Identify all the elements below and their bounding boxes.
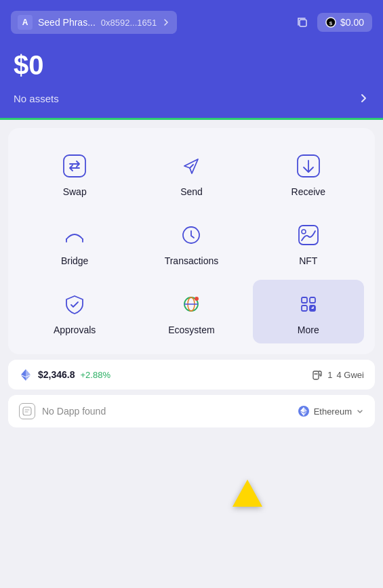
svg-rect-14 <box>302 306 307 311</box>
actions-grid: Swap Send Receive <box>19 142 364 343</box>
header-balance: $0.00 <box>340 17 364 28</box>
dapp-left: No Dapp found <box>19 403 106 419</box>
wallet-account-selector[interactable]: A Seed Phras... 0x8592...1651 <box>11 11 177 34</box>
action-swap[interactable]: Swap <box>19 142 130 205</box>
bridge-label: Bridge <box>61 255 88 266</box>
eth-price-change: +2.88% <box>81 370 110 380</box>
eth-price-section: $2,346.8 +2.88% <box>19 368 110 381</box>
svg-point-11 <box>195 297 199 301</box>
swap-icon <box>60 151 89 181</box>
total-balance: $0 <box>14 50 369 80</box>
dapp-icon <box>19 403 35 419</box>
approvals-label: Approvals <box>54 324 96 335</box>
swap-label: Swap <box>63 186 87 197</box>
network-chevron-icon <box>356 407 364 415</box>
action-receive[interactable]: Receive <box>253 142 364 205</box>
approvals-icon <box>60 289 89 319</box>
send-label: Send <box>180 186 203 197</box>
green-separator <box>0 118 383 120</box>
no-assets-label: No assets <box>14 93 59 104</box>
more-icon <box>294 289 323 319</box>
transactions-label: Transactions <box>165 255 219 266</box>
gas-value: 1 <box>327 370 332 380</box>
svg-text:$: $ <box>329 20 333 26</box>
action-more[interactable]: More <box>253 280 364 343</box>
svg-rect-12 <box>302 297 307 303</box>
svg-rect-13 <box>310 297 315 303</box>
gas-icon <box>311 369 323 381</box>
no-dapp-text: No Dapp found <box>42 406 106 417</box>
bridge-icon <box>60 220 89 250</box>
action-transactions[interactable]: Transactions <box>136 211 247 274</box>
nft-label: NFT <box>299 255 317 266</box>
gas-info: 1 4 Gwei <box>311 369 364 381</box>
gas-unit: 4 Gwei <box>337 370 364 380</box>
svg-rect-21 <box>23 407 31 415</box>
more-label: More <box>298 324 319 335</box>
chevron-right-icon <box>162 18 170 26</box>
action-approvals[interactable]: Approvals <box>19 280 130 343</box>
no-assets-row[interactable]: No assets <box>11 85 372 118</box>
actions-section: Swap Send Receive <box>8 128 375 354</box>
svg-rect-20 <box>313 371 319 379</box>
ecosystem-label: Ecosystem <box>168 324 214 335</box>
yellow-up-arrow <box>233 480 262 507</box>
account-avatar: A <box>18 15 33 30</box>
nft-icon <box>294 220 323 250</box>
account-name: Seed Phras... <box>38 17 96 28</box>
svg-rect-0 <box>300 20 306 26</box>
receive-icon <box>294 151 323 181</box>
account-address: 0x8592...1651 <box>101 18 157 28</box>
svg-marker-16 <box>26 369 31 377</box>
status-bar: $2,346.8 +2.88% 1 4 Gwei <box>8 360 375 390</box>
action-nft[interactable]: NFT <box>253 211 364 274</box>
wallet-balance-display: $0 <box>11 50 372 85</box>
wallet-balance-button[interactable]: $ $0.00 <box>317 13 372 32</box>
receive-label: Receive <box>291 186 326 197</box>
copy-address-button[interactable] <box>293 13 312 32</box>
yellow-arrow-pointer <box>233 480 262 507</box>
dollar-circle-icon: $ <box>325 17 336 28</box>
wallet-header: A Seed Phras... 0x8592...1651 $ $0.00 <box>0 0 383 118</box>
svg-rect-6 <box>299 226 318 245</box>
network-name: Ethereum <box>314 406 352 417</box>
svg-rect-3 <box>64 155 85 177</box>
no-assets-chevron-icon <box>357 92 369 104</box>
eth-price-value: $2,346.8 <box>38 369 75 380</box>
wallet-top-bar: A Seed Phras... 0x8592...1651 $ $0.00 <box>11 11 372 34</box>
transactions-icon <box>176 220 206 250</box>
action-ecosystem[interactable]: Ecosystem <box>136 280 247 343</box>
svg-marker-17 <box>21 369 26 377</box>
svg-point-7 <box>302 230 306 234</box>
action-send[interactable]: Send <box>136 142 247 205</box>
network-selector[interactable]: Ethereum <box>298 405 364 417</box>
eth-logo-icon <box>19 368 33 381</box>
dapp-bar: No Dapp found Ethereum <box>8 395 375 427</box>
ecosystem-icon <box>176 289 206 319</box>
ethereum-network-icon <box>298 405 310 417</box>
action-bridge[interactable]: Bridge <box>19 211 130 274</box>
send-icon <box>176 151 206 181</box>
